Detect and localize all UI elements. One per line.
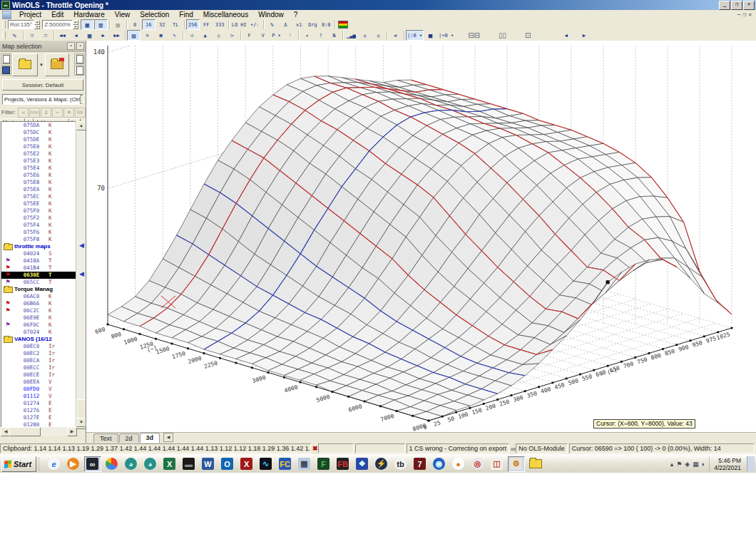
help-button[interactable]: ? (314, 30, 327, 41)
map-row[interactable]: 075E4K (1, 165, 76, 172)
zoom-spinner[interactable]: ▲▼ (73, 20, 78, 29)
filter-button-2[interactable]: Δ (41, 108, 51, 118)
map-row[interactable]: ⚑06B66K (1, 300, 76, 307)
child-minimize-button[interactable]: – (737, 11, 741, 18)
import-project-button[interactable] (45, 53, 69, 76)
search-button[interactable]: ⊙ (141, 30, 154, 41)
tile-horizontal-button[interactable]: ⊟⊟ (468, 31, 480, 39)
offset-a-button[interactable]: |:0 ▾ (406, 30, 424, 41)
filter-button-3[interactable]: ⌐ (52, 108, 63, 118)
map-3d-view[interactable]: 7014060080010001250150017502000225030004… (86, 41, 756, 443)
chip-fb-icon[interactable]: FB (334, 456, 352, 472)
open-dropdown-arrow[interactable]: ▼ (39, 63, 44, 67)
box-3d-icon[interactable]: ◫ (489, 456, 506, 472)
width-32-button[interactable]: 32 (155, 19, 169, 30)
grid-view-button[interactable]: ▦ (83, 30, 96, 41)
zoom-field[interactable]: Z:50000% (42, 20, 72, 29)
winols-icon[interactable]: ∞ (84, 456, 101, 472)
value-button[interactable]: V (256, 30, 270, 41)
map-row[interactable]: 06E9EK (1, 314, 76, 322)
frame-button[interactable]: F (242, 30, 256, 41)
word-icon[interactable]: W (200, 456, 217, 472)
tray-icon-4[interactable]: ◐ (702, 461, 705, 468)
minimize-button[interactable]: _ (719, 1, 730, 10)
map-row[interactable]: 075F2K (1, 215, 76, 222)
files-folder-icon[interactable] (527, 456, 544, 472)
folder-view-button[interactable]: ▣ (154, 30, 168, 41)
nav-last-button[interactable]: ▶▶ (110, 30, 123, 41)
save-button[interactable] (1, 65, 11, 76)
session-button[interactable]: Session: Default (2, 79, 83, 91)
ie-icon[interactable]: e (46, 456, 63, 472)
map-row[interactable]: 075DCK (1, 129, 76, 136)
start-button[interactable]: Start (1, 456, 36, 472)
tb-icon[interactable]: tb (392, 456, 409, 472)
map-row[interactable]: 00FD0V (1, 386, 76, 393)
cube-icon[interactable]: ❖ (354, 456, 371, 472)
stamp1-button[interactable]: ◬ (358, 30, 372, 41)
map-row[interactable]: 075DAK (1, 122, 76, 129)
target-icon[interactable]: ◎ (469, 456, 486, 472)
back-button[interactable]: ◁ (185, 30, 198, 41)
scope-dropdown[interactable]: Projects, Versions & Maps: (Ctrl ▼ (2, 94, 83, 105)
tab-scroll-button[interactable]: ◀ (163, 433, 173, 442)
window-new-button[interactable]: ❒ (25, 30, 39, 41)
hilo-button[interactable]: LO HI (230, 19, 248, 30)
menu-?[interactable]: ? (289, 11, 303, 19)
menu-selection[interactable]: Selection (135, 11, 174, 19)
cascade-button[interactable]: ⊡ (525, 31, 531, 39)
map-row[interactable]: 01280E (1, 421, 76, 427)
chrome-icon[interactable] (103, 456, 121, 472)
map-row[interactable]: 075ECK (1, 193, 76, 200)
scope-icon[interactable]: ∿ (257, 456, 275, 472)
tray-icon-1[interactable]: ⚑ (676, 461, 682, 468)
map-row[interactable]: 075F4K (1, 222, 76, 229)
menu-hardware[interactable]: Hardware (68, 11, 109, 19)
map-list-button[interactable]: ▤ (127, 30, 141, 41)
filter-button-5[interactable]: KK (75, 108, 86, 118)
tuner-2-icon[interactable]: ◕ (142, 456, 159, 472)
map-row[interactable]: 00EC0Ir (1, 343, 76, 350)
map-row[interactable]: 075E0K (1, 143, 76, 150)
tile-vertical-button[interactable]: ▯▯ (499, 31, 506, 39)
width-8-button[interactable]: 8 (128, 19, 142, 30)
media-player-icon[interactable]: ▶ (65, 456, 82, 472)
menu-window[interactable]: Window (253, 11, 289, 19)
width-tl-button[interactable]: TL (169, 19, 183, 30)
map-row[interactable]: 00ECAIr (1, 357, 76, 364)
view-grid-button[interactable]: ▥ (94, 19, 108, 30)
outlook-icon[interactable]: O (219, 456, 236, 472)
tray-icon-2[interactable]: ◈ (685, 461, 690, 468)
delta-button[interactable]: Δ (279, 19, 292, 30)
chart-button[interactable]: ▁▃▅ (344, 30, 358, 41)
map-row[interactable]: 04024S (1, 250, 76, 257)
percent-button[interactable]: % (265, 19, 279, 30)
hscrollbar-thumb[interactable] (9, 427, 41, 436)
wrench-icon[interactable]: ⚙ (508, 456, 525, 472)
menu-project[interactable]: Project (14, 11, 46, 19)
restore-button[interactable]: ❐ (731, 1, 742, 10)
panel-close-button[interactable]: ▪ (76, 42, 84, 50)
add-version-button[interactable] (74, 53, 85, 64)
calculator-icon[interactable]: ▦ (296, 456, 313, 472)
help-small-button[interactable]: ? (283, 30, 297, 41)
map-row[interactable]: 075E2K (1, 150, 76, 158)
child-close-button[interactable]: ✕ (748, 11, 752, 18)
map-row[interactable]: ⚑0418AT (1, 257, 76, 265)
x-app-icon[interactable]: X (238, 456, 255, 472)
wizard-button[interactable]: ✦ (300, 30, 314, 41)
excel-icon[interactable]: X (161, 456, 178, 472)
nav-next-button[interactable]: ▶ (96, 30, 110, 41)
checksum-button[interactable]: ✎ (8, 30, 21, 41)
rotation-spinner[interactable]: ▲▼ (34, 20, 40, 29)
chevron-down-icon[interactable]: ▼ (80, 95, 83, 104)
globe-flash-icon[interactable]: ⚡ (373, 456, 390, 472)
up-red-button[interactable]: ▲ (198, 30, 212, 41)
fc-icon[interactable]: FC (277, 456, 294, 472)
context-help-button[interactable]: № (327, 30, 341, 41)
nav-prev-button[interactable]: ◀ (69, 30, 83, 41)
map-folder-row[interactable]: throttle maps (1, 243, 76, 250)
map-row[interactable]: 01112V (1, 393, 76, 400)
signature-button[interactable]: ✎ (168, 30, 181, 41)
window-dup-button[interactable]: ❐ (39, 30, 52, 41)
